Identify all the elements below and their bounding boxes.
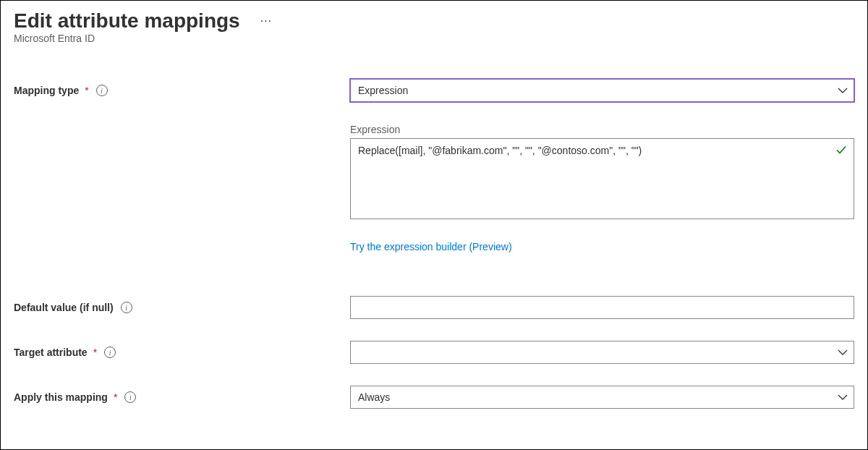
- info-icon[interactable]: i: [121, 302, 132, 313]
- mapping-type-label: Mapping type: [14, 85, 79, 96]
- apply-mapping-select[interactable]: Always: [350, 386, 854, 409]
- required-asterisk: *: [114, 391, 117, 403]
- apply-mapping-value: Always: [358, 391, 390, 403]
- check-icon: [835, 144, 847, 158]
- required-asterisk: *: [93, 347, 97, 358]
- expression-textarea[interactable]: Replace([mail], "@fabrikam.com", "", "",…: [350, 138, 854, 219]
- chevron-down-icon: [838, 347, 848, 357]
- default-value-input[interactable]: [350, 296, 854, 319]
- expression-value: Replace([mail], "@fabrikam.com", "", "",…: [358, 145, 642, 156]
- mapping-type-value: Expression: [358, 85, 408, 96]
- info-icon[interactable]: i: [124, 391, 136, 403]
- page-subtitle: Microsoft Entra ID: [14, 33, 854, 44]
- target-attribute-label: Target attribute: [14, 347, 88, 358]
- info-icon[interactable]: i: [104, 347, 116, 358]
- more-actions-button[interactable]: ···: [255, 12, 278, 30]
- mapping-type-select[interactable]: Expression: [350, 79, 854, 102]
- apply-mapping-label: Apply this mapping: [14, 391, 108, 403]
- chevron-down-icon: [838, 392, 848, 402]
- expression-section-label: Expression: [350, 124, 854, 135]
- default-value-label: Default value (if null): [14, 302, 114, 313]
- required-asterisk: *: [85, 85, 88, 96]
- page-title: Edit attribute mappings: [14, 9, 240, 33]
- chevron-down-icon: [838, 85, 848, 95]
- expression-builder-link[interactable]: Try the expression builder (Preview): [350, 241, 512, 252]
- info-icon[interactable]: i: [96, 85, 108, 96]
- target-attribute-select[interactable]: [350, 341, 854, 364]
